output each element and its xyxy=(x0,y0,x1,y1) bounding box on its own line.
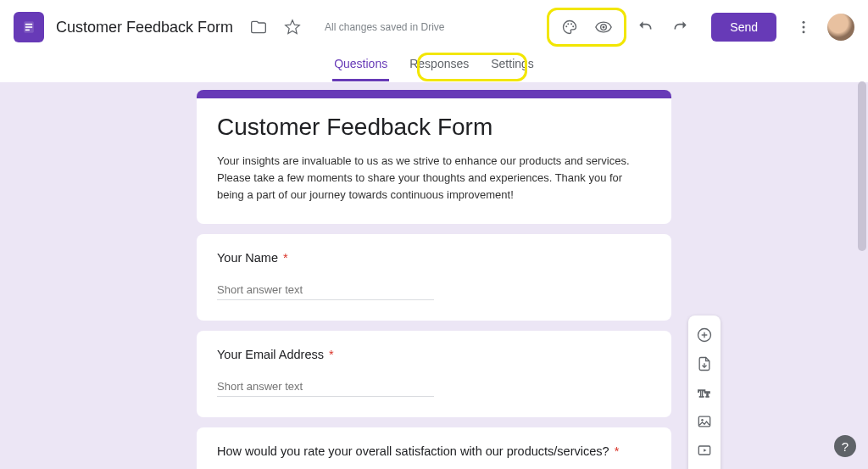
header-actions: Send xyxy=(547,8,854,47)
form-workspace: Customer Feedback Form Your insights are… xyxy=(0,81,868,469)
question-label: Your Name * xyxy=(217,251,651,265)
question-label: How would you rate your overall satisfac… xyxy=(217,444,651,458)
svg-text:T: T xyxy=(705,391,710,399)
question-text: How would you rate your overall satisfac… xyxy=(217,444,609,458)
app-header: Customer Feedback Form All changes saved… xyxy=(0,0,868,82)
svg-point-4 xyxy=(566,25,568,27)
add-section-icon[interactable] xyxy=(688,465,721,469)
question-text: Your Email Address xyxy=(217,348,324,361)
preview-icon[interactable] xyxy=(588,12,619,42)
svg-point-5 xyxy=(568,23,570,25)
form-description[interactable]: Your insights are invaluable to us as we… xyxy=(217,153,651,204)
svg-point-11 xyxy=(803,31,805,33)
move-to-folder-icon[interactable] xyxy=(243,12,274,42)
form-column: Customer Feedback Form Your insights are… xyxy=(197,90,671,469)
svg-rect-1 xyxy=(25,24,32,25)
svg-point-19 xyxy=(701,419,704,422)
header-top-row: Customer Feedback Form All changes saved… xyxy=(14,7,854,47)
short-answer-input xyxy=(217,280,434,300)
required-marker: * xyxy=(283,251,288,265)
forms-logo-icon[interactable] xyxy=(14,12,44,42)
redo-icon[interactable] xyxy=(665,12,696,42)
vertical-scrollbar[interactable] xyxy=(856,81,868,469)
svg-rect-3 xyxy=(25,30,30,31)
svg-marker-21 xyxy=(704,449,706,451)
form-header-card[interactable]: Customer Feedback Form Your insights are… xyxy=(197,90,671,224)
floating-toolbar: TT xyxy=(688,315,721,469)
star-icon[interactable] xyxy=(277,12,308,42)
question-card-satisfaction[interactable]: How would you rate your overall satisfac… xyxy=(197,427,671,469)
document-title[interactable]: Customer Feedback Form xyxy=(56,19,233,36)
add-video-icon[interactable] xyxy=(688,436,721,465)
tab-settings[interactable]: Settings xyxy=(489,48,536,81)
help-icon[interactable]: ? xyxy=(834,435,856,457)
add-image-icon[interactable] xyxy=(688,407,721,436)
undo-icon[interactable] xyxy=(630,12,660,42)
required-marker: * xyxy=(329,348,334,361)
svg-point-7 xyxy=(572,25,574,27)
svg-point-10 xyxy=(803,26,805,29)
send-button[interactable]: Send xyxy=(711,13,776,42)
account-avatar[interactable] xyxy=(827,14,854,41)
highlight-theme-preview xyxy=(547,8,626,47)
question-text: Your Name xyxy=(217,251,278,265)
tabs-row: Questions Responses Settings xyxy=(14,47,854,81)
svg-point-8 xyxy=(603,26,605,29)
required-marker: * xyxy=(615,444,620,458)
add-question-icon[interactable] xyxy=(688,321,721,349)
scrollbar-thumb[interactable] xyxy=(858,81,866,251)
tab-responses[interactable]: Responses xyxy=(408,48,470,81)
question-label: Your Email Address * xyxy=(217,348,651,361)
save-status-text: All changes saved in Drive xyxy=(325,21,444,33)
svg-rect-2 xyxy=(25,26,32,28)
form-title[interactable]: Customer Feedback Form xyxy=(217,114,651,141)
more-options-icon[interactable] xyxy=(788,12,819,42)
short-answer-input xyxy=(217,377,434,397)
question-card-name[interactable]: Your Name * xyxy=(197,234,671,321)
question-card-email[interactable]: Your Email Address * xyxy=(197,331,671,417)
svg-point-6 xyxy=(570,23,572,25)
tab-questions[interactable]: Questions xyxy=(332,48,389,81)
customize-theme-icon[interactable] xyxy=(554,12,585,42)
svg-point-9 xyxy=(803,21,805,24)
import-questions-icon[interactable] xyxy=(688,349,721,378)
add-title-icon[interactable]: TT xyxy=(688,378,721,407)
